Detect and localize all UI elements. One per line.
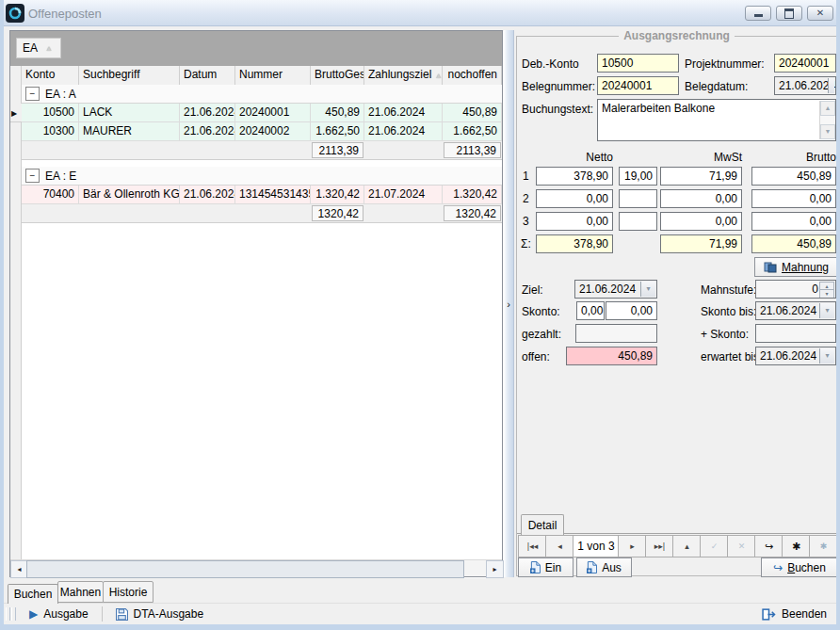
skonto-percent-field[interactable]: 0,00 <box>576 301 605 320</box>
tab-historie[interactable]: Historie <box>103 581 153 603</box>
dta-ausgabe-button[interactable]: DTA-Ausgabe <box>110 607 209 621</box>
cell-suchbegriff[interactable]: LACK <box>79 104 180 122</box>
netto-field-2[interactable]: 0,00 <box>536 189 613 208</box>
nav-bookmark-button[interactable]: ✱ <box>782 535 811 557</box>
tab-buchen[interactable]: Buchen <box>8 584 58 604</box>
gezahlt-field[interactable] <box>575 324 657 343</box>
cell-datum[interactable]: 21.06.2024 <box>180 122 235 141</box>
cell-nummer[interactable]: 20240001 <box>235 104 311 122</box>
scrollbar-thumb[interactable] <box>26 560 464 578</box>
tab-detail[interactable]: Detail <box>521 514 564 535</box>
col-header-konto[interactable]: Konto <box>22 66 79 85</box>
col-header-zahlungsziel[interactable]: Zahlungsziel ▲ <box>364 66 443 85</box>
buchen-button[interactable]: ↪ Buchen <box>761 557 838 577</box>
ein-button[interactable]: Ein <box>518 557 573 577</box>
netto-field-3[interactable]: 0,00 <box>536 212 613 231</box>
dropdown-arrow-icon[interactable]: ▾ <box>640 282 655 297</box>
table-row[interactable]: 10300 MAURER 21.06.2024 20240002 1.662,5… <box>10 122 502 141</box>
plus-skonto-field[interactable] <box>755 324 836 343</box>
mwst-field-2[interactable]: 0,00 <box>660 189 742 208</box>
buchungstext-scrollbar[interactable]: ▲ ▼ <box>819 101 834 139</box>
skonto-bis-field[interactable]: 21.06.2024 ▾ <box>755 301 836 320</box>
group-by-panel[interactable]: EA ▲ <box>10 31 502 66</box>
mahnstufe-spinner[interactable]: 0 ▴ ▾ <box>755 280 836 299</box>
collapse-group-button[interactable]: − <box>25 169 40 183</box>
skonto-amount-field[interactable]: 0,00 <box>606 301 657 320</box>
group-by-field-ea[interactable]: EA ▲ <box>16 38 61 58</box>
scroll-down-icon[interactable]: ▼ <box>820 124 835 139</box>
cell-nochoffen[interactable]: 450,89 <box>443 104 502 122</box>
splitter-expand-icon[interactable]: › <box>507 299 510 310</box>
tab-mahnen[interactable]: Mahnen <box>57 581 104 603</box>
table-row[interactable]: 70400 Bär & Ollenroth KG 21.06.2024 1314… <box>10 186 502 204</box>
nav-first-button[interactable]: |◂◂ <box>518 535 547 557</box>
nav-next-button[interactable]: ▸ <box>618 535 647 557</box>
restore-button[interactable] <box>776 6 802 21</box>
col-header-datum[interactable]: Datum <box>180 66 235 85</box>
cell-suchbegriff[interactable]: MAURER <box>79 122 180 141</box>
mahnung-button[interactable]: Mahnung <box>754 257 838 277</box>
scroll-up-icon[interactable]: ▲ <box>820 101 835 116</box>
cell-konto[interactable]: 70400 <box>22 186 79 204</box>
cell-konto[interactable]: 10300 <box>22 122 79 141</box>
cell-nummer[interactable]: 20240002 <box>235 122 311 141</box>
cell-zahlungsziel[interactable]: 21.06.2024 <box>364 122 443 141</box>
group-row-ea-a[interactable]: − EA : A <box>10 85 502 104</box>
tax-rate-field-3[interactable] <box>619 212 657 231</box>
close-button[interactable]: ✕ <box>807 6 833 21</box>
cell-suchbegriff[interactable]: Bär & Ollenroth KG <box>79 186 180 204</box>
col-header-nummer[interactable]: Nummer <box>235 66 311 85</box>
aus-button[interactable]: Aus <box>576 557 632 577</box>
ausgabe-button[interactable]: ▶ Ausgabe <box>24 607 94 621</box>
col-header-bruttoges[interactable]: BruttoGes <box>311 66 364 85</box>
nav-refresh-button[interactable]: ↪ <box>754 535 783 557</box>
offen-field[interactable]: 450,89 <box>566 347 657 365</box>
brutto-field-3[interactable]: 0,00 <box>751 212 836 231</box>
belegnummer-field[interactable]: 20240001 <box>597 76 679 95</box>
toolbar-grip[interactable] <box>11 607 16 621</box>
belegdatum-field[interactable]: 21.06.2024 <box>774 76 836 95</box>
brutto-field-1[interactable]: 450,89 <box>751 167 836 186</box>
nav-insert-button[interactable]: ▴ <box>672 535 702 557</box>
collapse-group-button[interactable]: − <box>25 87 40 101</box>
group-row-ea-e[interactable]: − EA : E <box>10 167 502 186</box>
dropdown-arrow-icon[interactable] <box>828 78 834 93</box>
grid-horizontal-scrollbar[interactable]: ◂ ▸ <box>10 559 502 576</box>
tax-rate-field-2[interactable] <box>619 189 657 208</box>
panel-splitter[interactable]: › <box>504 30 514 577</box>
mwst-field-1[interactable]: 71,99 <box>660 167 742 186</box>
netto-field-1[interactable]: 378,90 <box>536 167 613 186</box>
col-header-nochoffen[interactable]: nochoffen <box>443 66 502 85</box>
buchungstext-field[interactable]: Malerarbeiten Balkone ▲ ▼ <box>597 99 836 141</box>
brutto-field-2[interactable]: 0,00 <box>751 189 836 208</box>
cell-nochoffen[interactable]: 1.320,42 <box>443 186 502 204</box>
ziel-field[interactable]: 21.06.2024 ▾ <box>574 280 657 299</box>
cell-zahlungsziel[interactable]: 21.06.2024 <box>364 104 443 122</box>
cell-bruttoges[interactable]: 1.320,42 <box>311 186 364 204</box>
cell-konto[interactable]: 10500 <box>22 104 79 122</box>
dropdown-arrow-icon[interactable]: ▾ <box>819 303 834 318</box>
cell-datum[interactable]: 21.06.2024 <box>180 186 235 204</box>
col-header-suchbegriff[interactable]: Suchbegriff <box>79 66 180 85</box>
cell-bruttoges[interactable]: 1.662,50 <box>311 122 364 141</box>
mwst-field-3[interactable]: 0,00 <box>660 212 742 231</box>
cell-nochoffen[interactable]: 1.662,50 <box>443 122 502 141</box>
cell-datum[interactable]: 21.06.2024 <box>180 104 235 122</box>
scroll-right-button[interactable]: ▸ <box>486 560 504 578</box>
nav-prior-button[interactable]: ◂ <box>545 535 574 557</box>
nav-post-button[interactable]: ✓ <box>700 535 729 557</box>
nav-cancel-button[interactable]: ✕ <box>727 535 756 557</box>
minimize-button[interactable] <box>745 6 771 21</box>
beenden-button[interactable]: Beenden <box>756 607 832 621</box>
cell-zahlungsziel[interactable]: 21.07.2024 <box>364 186 443 204</box>
title-bar[interactable]: Offeneposten ✕ <box>0 0 840 26</box>
tax-rate-field-1[interactable]: 19,00 <box>619 167 657 186</box>
cell-bruttoges[interactable]: 450,89 <box>311 104 364 122</box>
dropdown-arrow-icon[interactable]: ▾ <box>819 348 834 363</box>
projektnummer-field[interactable]: 20240001 <box>774 54 836 73</box>
nav-last-button[interactable]: ▸▸| <box>645 535 674 557</box>
toolbar-grip[interactable] <box>6 607 10 621</box>
spin-down-icon[interactable]: ▾ <box>819 289 834 299</box>
table-row[interactable]: ▶ 10500 LACK 21.06.2024 20240001 450,89 … <box>10 104 502 122</box>
erwartet-bis-field[interactable]: 21.06.2024 ▾ <box>755 347 836 365</box>
